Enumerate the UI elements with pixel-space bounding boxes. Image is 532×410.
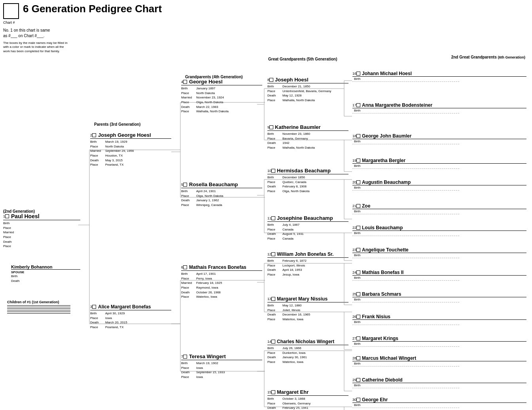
p9-place: Bavaria, Germany <box>282 136 308 141</box>
p25-birth-label: Birth <box>352 298 526 301</box>
p15-death: February 25, 1941 <box>282 406 308 410</box>
p7-birth: March 19, 1902 <box>196 361 218 366</box>
person-27: 27 Margaret Krings Birth <box>352 336 526 347</box>
p7-death-place: Iowa <box>196 375 203 380</box>
person-26: 26 Frank Nisius Birth <box>352 314 526 325</box>
chart-area: (2nd Generation) Parents (3rd Generation… <box>3 55 527 410</box>
person-12: 12 William John Bonefas Sr. BirthFebruar… <box>267 251 348 277</box>
p1-name: Paul Hoesl <box>11 213 40 219</box>
p4-birth: January 1897 <box>196 86 215 91</box>
p13-num-box <box>271 297 275 301</box>
p1-num-box <box>5 214 9 218</box>
person-24: 24 Mathias Bonefas II Birth <box>352 270 526 281</box>
p11-num-box <box>271 216 275 220</box>
p25-name: Barbara Schmars <box>362 291 401 297</box>
p15-num-box <box>271 390 275 394</box>
p3-death-place: Pearland, TX <box>105 325 124 330</box>
p10-birth: December 1856 <box>282 175 305 180</box>
p18-name: George John Baumler <box>362 133 411 139</box>
p2-death: May 3, 2015 <box>105 158 123 163</box>
p15-birth: October 3, 1868 <box>282 397 305 401</box>
same-as-text: No. 1 on this chart is same <box>3 28 162 32</box>
person-9: 9 Katherine Baumler BirthNovember 23, 18… <box>267 124 348 150</box>
p3-birth: April 30, 1929 <box>105 311 125 316</box>
gen3-label: Parents (3rd Generation) <box>94 122 140 127</box>
p6-married: February 18, 1925 <box>196 281 222 285</box>
p4-married-place: Olga, North Dakota <box>196 100 223 105</box>
person-6: 6 Mathais Frances Bonefas BirthApril 17,… <box>181 265 262 299</box>
p30-birth-label: Birth <box>352 403 526 407</box>
p3-name: Alice Margaret Bonefas <box>98 304 151 310</box>
p3-num-box <box>92 305 96 309</box>
p6-death: October 26, 1968 <box>196 290 221 295</box>
person-15: 15 Margaret Ehr BirthOctober 3, 1868 Pla… <box>267 389 348 410</box>
children-label: Children of #1 (1st Generation) <box>7 300 84 304</box>
children-section: Children of #1 (1st Generation) <box>7 300 84 315</box>
p13-death-place: Waterloo, Iowa <box>282 317 303 322</box>
p6-num-box <box>183 265 187 269</box>
p12-name: William John Bonefas Sr. <box>277 251 333 257</box>
person-20: 20 Augustin Beauchamp Birth <box>352 179 526 191</box>
p11-death: August 5, 1931 <box>282 232 304 236</box>
p23-name: Angelique Touchette <box>362 247 409 253</box>
p28-birth-label: Birth <box>352 362 526 365</box>
p8-place: Untertresenfeld, Bavaria, Germany <box>282 89 331 94</box>
p28-name: Marcus Michael Wingert <box>362 355 416 361</box>
p4-num-box <box>183 80 187 84</box>
p6-birth: April 17, 1901 <box>196 272 216 276</box>
p8-death-place: Walhalla, North Dakota <box>282 98 315 103</box>
person-11: 11 Josephine Beauchamp BirthJuly 4, 1867… <box>267 215 348 241</box>
p29-birth-label: Birth <box>352 384 526 387</box>
p2-name: Joseph George Hoesl <box>98 132 151 138</box>
person-7: 7 Teresa Wingert BirthMarch 19, 1902 Pla… <box>181 353 262 379</box>
p12-death: April 18, 1953 <box>282 268 302 272</box>
p10-num-box <box>271 169 275 173</box>
p18-birth-label: Birth <box>352 140 526 143</box>
person-3: 3 Alice Margaret Bonefas BirthApril 30, … <box>90 304 171 329</box>
person-19: 19 Margaretha Bergler Birth <box>352 158 526 169</box>
person-2: 2 Joseph George Hoesl BirthMarch 19, 192… <box>90 132 171 167</box>
p10-death-place: Olga, North Dakota <box>282 189 309 194</box>
person-14: 14 Charles Nicholas Wingert BirthJuly 26… <box>267 339 348 364</box>
p12-num-box <box>271 252 275 256</box>
p5-death-place: Winnipeg, Canada <box>196 203 222 208</box>
p7-death: September 15, 1933 <box>196 370 225 375</box>
person-28: 28 Marcus Michael Wingert Birth <box>352 355 526 367</box>
person-16: 16 Johann Michael Hoesl Birth <box>352 71 526 82</box>
p2-married-place: Houston, TX <box>105 153 123 158</box>
person-22: 22 Louis Beauchamp Birth <box>352 225 526 236</box>
p5-place: Olga, North Dakota <box>196 194 223 198</box>
p26-birth-label: Birth <box>352 320 526 324</box>
p3-death: March 20, 2015 <box>105 320 127 325</box>
person-1: 1 Paul Hoesl Birth Place Married Place D… <box>3 213 80 249</box>
p19-birth-label: Birth <box>352 164 526 168</box>
p2-num-box <box>92 133 96 137</box>
p4-married: November 23, 1924 <box>196 95 224 100</box>
spouse-name: Kimberly Bohannon <box>11 265 80 270</box>
p14-num-box <box>271 340 275 344</box>
p26-name: Frank Nisius <box>362 314 390 319</box>
gen6-label: 2nd Great Grandparents (6th Generation) <box>451 55 525 59</box>
p16-name: Johann Michael Hoesl <box>362 71 412 76</box>
p24-birth-label: Birth <box>352 276 526 280</box>
p30-name: George Ehr <box>362 397 388 402</box>
p2-married: September 29, 1956 <box>105 149 134 153</box>
person-4: 4 George Hoesl BirthJanuary 1897 PlaceNo… <box>181 79 262 114</box>
p15-name: Margaret Ehr <box>277 389 309 395</box>
p11-death-place: Canada <box>282 236 293 241</box>
spouse-label: SPOUSE <box>11 270 80 274</box>
p6-place: Perry, Iowa <box>196 276 212 281</box>
p17-birth-label: Birth <box>352 109 526 112</box>
p2-birth: March 19, 1929 <box>105 140 127 144</box>
p29-name: Catherine Diebold <box>362 377 403 383</box>
p12-place: Lockport, Illinois <box>282 263 305 268</box>
p5-death: January 1, 1962 <box>196 198 219 203</box>
p27-name: Margaret Krings <box>362 336 398 341</box>
instructions: The boxes by the male names may be fille… <box>3 41 70 53</box>
person-1-spouse: Kimberly Bohannon SPOUSE Birth Death <box>11 265 80 283</box>
p14-place: Dunkerton, Iowa <box>282 351 305 355</box>
p13-name: Margaret Mary Nissius <box>277 296 328 302</box>
p3-place: Iowa <box>105 316 112 321</box>
p13-birth: May 12, 1880 <box>282 303 301 308</box>
p2-place: North Dakota <box>105 144 124 149</box>
